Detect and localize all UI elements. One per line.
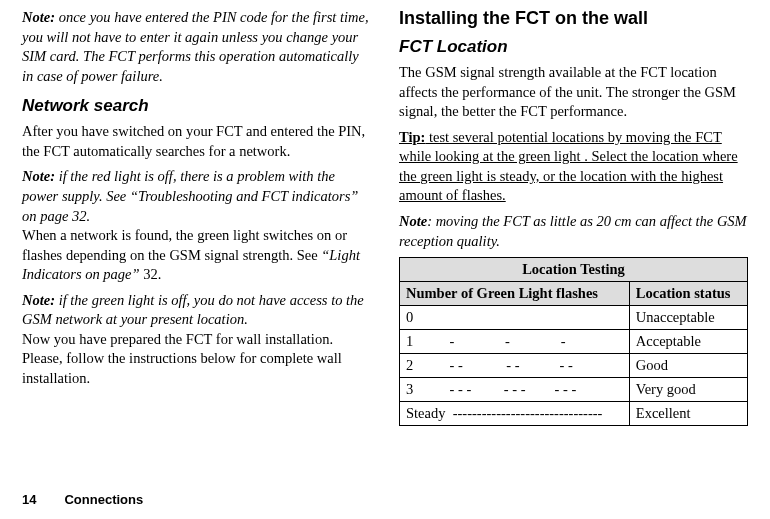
- tip-paragraph: Tip: test several potential locations by…: [399, 128, 748, 206]
- table-row: 1 - - - Acceptable: [400, 330, 748, 354]
- location-testing-table: Location Testing Number of Green Light f…: [399, 257, 748, 426]
- note-moving-text: : moving the FCT as little as 20 cm can …: [399, 213, 747, 249]
- table-col1: Number of Green Light flashes: [400, 282, 630, 306]
- location-p1: The GSM signal strength available at the…: [399, 63, 748, 122]
- cell-flashes: 0: [400, 306, 630, 330]
- cell-flashes: Steady -------------------------------: [400, 402, 630, 426]
- network-p2a: When a network is found, the green light…: [22, 227, 347, 263]
- heading-network-search: Network search: [22, 96, 371, 116]
- cell-flashes: 3 - - - - - - - - -: [400, 378, 630, 402]
- network-p1: After you have switched on your FCT and …: [22, 122, 371, 161]
- note-red-light-text: if the red light is off, there is a prob…: [22, 168, 358, 223]
- heading-fct-location: FCT Location: [399, 37, 748, 57]
- cell-status: Unacceptable: [629, 306, 747, 330]
- note-label: Note:: [22, 168, 55, 184]
- tip-label: Tip:: [399, 129, 425, 145]
- cell-status: Excellent: [629, 402, 747, 426]
- table-col2: Location status: [629, 282, 747, 306]
- cell-status: Very good: [629, 378, 747, 402]
- note-label: Note: [399, 213, 427, 229]
- heading-installing: Installing the FCT on the wall: [399, 8, 748, 29]
- table-title: Location Testing: [400, 258, 748, 282]
- tip-text: test several potential locations by movi…: [399, 129, 738, 204]
- note-green-light-text: if the green light is off, you do not ha…: [22, 292, 364, 328]
- cell-status: Acceptable: [629, 330, 747, 354]
- note-label: Note:: [22, 9, 55, 25]
- cell-flashes: 2 - - - - - -: [400, 354, 630, 378]
- note-pin-text: once you have entered the PIN code for t…: [22, 9, 369, 84]
- cell-status: Good: [629, 354, 747, 378]
- note-green-light: Note: if the green light is off, you do …: [22, 291, 371, 330]
- note-moving-fct: Note: moving the FCT as little as 20 cm …: [399, 212, 748, 251]
- table-row: 3 - - - - - - - - - Very good: [400, 378, 748, 402]
- note-pin: Note: once you have entered the PIN code…: [22, 8, 371, 86]
- page-number: 14: [22, 492, 36, 507]
- note-red-light: Note: if the red light is off, there is …: [22, 167, 371, 226]
- table-row: 0 Unacceptable: [400, 306, 748, 330]
- network-p2c: 32.: [140, 266, 162, 282]
- section-name: Connections: [64, 492, 143, 507]
- table-row: Steady ------------------------------- E…: [400, 402, 748, 426]
- cell-flashes: 1 - - -: [400, 330, 630, 354]
- right-column: Installing the FCT on the wall FCT Locat…: [399, 8, 748, 426]
- page-footer: 14Connections: [22, 492, 143, 507]
- table-row: 2 - - - - - - Good: [400, 354, 748, 378]
- left-column: Note: once you have entered the PIN code…: [22, 8, 371, 426]
- network-p2: When a network is found, the green light…: [22, 226, 371, 285]
- network-p3: Now you have prepared the FCT for wall i…: [22, 330, 371, 389]
- note-label: Note:: [22, 292, 55, 308]
